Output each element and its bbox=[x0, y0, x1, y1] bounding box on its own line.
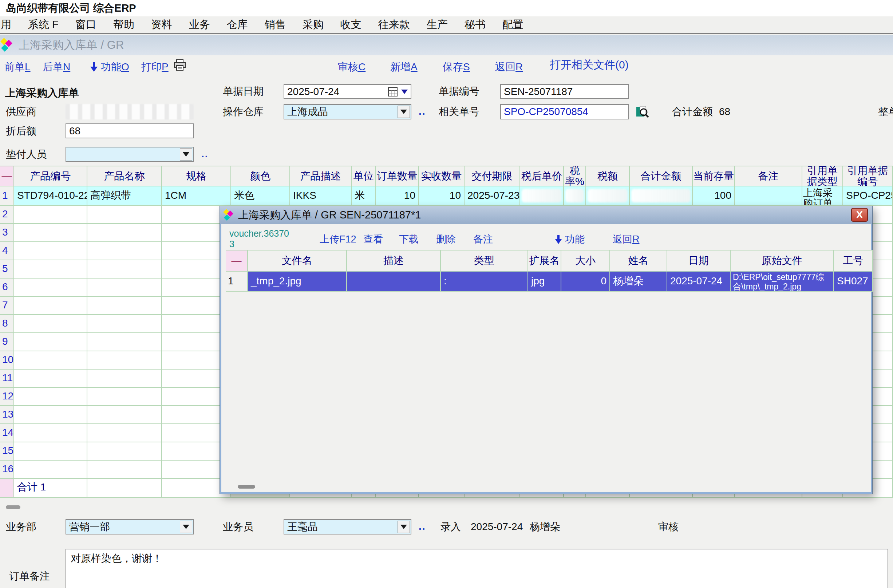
grid-cell[interactable]: 米 bbox=[352, 186, 376, 206]
supplier-value-redacted[interactable] bbox=[66, 104, 194, 119]
row-number-cell[interactable]: 1 bbox=[226, 272, 248, 292]
grid-cell[interactable] bbox=[87, 333, 162, 351]
menu-item[interactable]: 仓库 bbox=[218, 18, 256, 32]
row-number-cell[interactable]: 4 bbox=[0, 242, 14, 260]
grid-cell[interactable] bbox=[87, 370, 162, 388]
next-doc-button[interactable]: 后单N bbox=[43, 60, 70, 74]
discount-field[interactable]: 68 bbox=[66, 123, 194, 138]
grid-cell[interactable] bbox=[87, 424, 162, 442]
grid-cell[interactable] bbox=[14, 333, 87, 351]
grid-cell[interactable]: 1CM bbox=[162, 186, 231, 206]
grid-cell[interactable]: 10 bbox=[419, 186, 465, 206]
row-number-cell[interactable]: 2 bbox=[0, 206, 14, 224]
grid-cell[interactable]: 2025-07-24 bbox=[667, 272, 731, 292]
row-number-cell[interactable]: 16 bbox=[0, 460, 14, 479]
order-remark-textarea[interactable]: 对原样染色，谢谢！ bbox=[66, 549, 888, 588]
grid-cell[interactable] bbox=[586, 186, 630, 206]
grid-cell[interactable] bbox=[347, 272, 441, 292]
grid-cell[interactable]: 100 bbox=[693, 186, 735, 206]
grid-cell[interactable]: 2025-07-23 bbox=[465, 186, 520, 206]
grid-cell[interactable] bbox=[14, 351, 87, 370]
row-number-cell[interactable]: 14 bbox=[0, 424, 14, 442]
row-number-cell[interactable]: 10 bbox=[0, 351, 14, 370]
grid-cell[interactable] bbox=[735, 186, 802, 206]
dialog-function-button[interactable]: 功能 bbox=[555, 233, 585, 246]
grid-cell[interactable] bbox=[14, 297, 87, 315]
grid-cell[interactable] bbox=[14, 260, 87, 278]
row-number-cell[interactable]: 15 bbox=[0, 442, 14, 460]
salesman-more-button[interactable]: .. bbox=[419, 520, 426, 532]
grid-cell[interactable] bbox=[87, 388, 162, 406]
row-number-cell[interactable]: 3 bbox=[0, 224, 14, 242]
menu-item[interactable]: 秘书 bbox=[456, 18, 494, 32]
grid-cell[interactable] bbox=[87, 315, 162, 333]
menu-item[interactable]: 往来款 bbox=[370, 18, 418, 32]
grid-cell[interactable]: : bbox=[441, 272, 528, 292]
row-number-cell[interactable]: 12 bbox=[0, 388, 14, 406]
grid-cell[interactable]: SPO-CP25070854 bbox=[843, 186, 893, 206]
function-menu-button[interactable]: 功能O bbox=[90, 60, 129, 74]
grid-cell[interactable] bbox=[87, 278, 162, 297]
view-button[interactable]: 查看 bbox=[363, 233, 383, 246]
menu-item[interactable]: 采购 bbox=[294, 18, 332, 32]
grid-cell[interactable]: D:\ERP\oit_setup7777综合\tmp\_tmp_2.jpg bbox=[731, 272, 834, 292]
remark-button[interactable]: 备注 bbox=[473, 233, 493, 246]
advance-person-combobox[interactable] bbox=[66, 147, 194, 162]
menu-item[interactable]: 生产 bbox=[418, 18, 456, 32]
grid-cell[interactable]: 0 bbox=[561, 272, 610, 292]
row-number-cell[interactable]: 6 bbox=[0, 278, 14, 297]
upload-button[interactable]: 上传F12 bbox=[320, 233, 356, 246]
row-number-cell[interactable]: 7 bbox=[0, 297, 14, 315]
row-number-cell[interactable]: 13 bbox=[0, 406, 14, 424]
grid-cell[interactable]: 上海采购订单 bbox=[802, 186, 843, 206]
grid-cell[interactable] bbox=[87, 224, 162, 242]
grid-cell[interactable] bbox=[87, 260, 162, 278]
menu-item[interactable]: 资料 bbox=[143, 18, 180, 32]
menu-item[interactable]: 收支 bbox=[332, 18, 370, 32]
warehouse-dropdown-button[interactable] bbox=[398, 105, 410, 118]
back-button[interactable]: 返回R bbox=[495, 60, 523, 74]
related-no-field[interactable]: SPO-CP25070854 bbox=[500, 104, 629, 119]
date-dropdown-arrow[interactable] bbox=[401, 90, 408, 94]
save-button[interactable]: 保存S bbox=[443, 60, 470, 74]
advance-person-dropdown-button[interactable] bbox=[180, 148, 192, 161]
grid-cell[interactable] bbox=[14, 424, 87, 442]
dept-dropdown-button[interactable] bbox=[180, 520, 192, 533]
open-related-files-button[interactable]: 打开相关文件(0) bbox=[550, 57, 629, 72]
lookup-magnifier-icon[interactable] bbox=[636, 105, 649, 118]
grid-cell[interactable] bbox=[87, 406, 162, 424]
print-button[interactable]: 打印P bbox=[141, 60, 168, 74]
doc-no-field[interactable]: SEN-25071187 bbox=[500, 84, 629, 99]
grid-cell[interactable] bbox=[14, 370, 87, 388]
row-number-cell[interactable]: 9 bbox=[0, 333, 14, 351]
grid-cell[interactable]: 10 bbox=[376, 186, 419, 206]
dept-combobox[interactable]: 营销一部 bbox=[66, 519, 194, 534]
grid-cell[interactable] bbox=[520, 186, 564, 206]
salesman-combobox[interactable]: 王毫品 bbox=[284, 519, 411, 534]
advance-person-more-button[interactable]: .. bbox=[201, 148, 209, 160]
grid-cell[interactable]: 杨增朵 bbox=[610, 272, 667, 292]
menu-item[interactable]: 帮助 bbox=[105, 18, 143, 32]
grid-cell[interactable] bbox=[14, 224, 87, 242]
menu-item[interactable]: 系统 F bbox=[20, 18, 67, 32]
menu-item[interactable]: 用 bbox=[0, 18, 20, 32]
grid-cell[interactable] bbox=[14, 406, 87, 424]
printer-icon[interactable] bbox=[174, 59, 186, 71]
menu-item[interactable]: 业务 bbox=[180, 18, 218, 32]
dialog-title-bar[interactable]: 上海采购入库单 / GR SEN-25071187*1 X bbox=[220, 206, 872, 224]
grid-cell[interactable] bbox=[14, 388, 87, 406]
row-number-cell[interactable]: 1 bbox=[0, 186, 14, 206]
grid-cell[interactable]: STD794-010-228 bbox=[14, 186, 87, 206]
grid-cell[interactable] bbox=[87, 460, 162, 479]
row-number-cell[interactable]: 8 bbox=[0, 315, 14, 333]
add-button[interactable]: 新增A bbox=[390, 60, 418, 74]
grid-cell[interactable] bbox=[87, 297, 162, 315]
horizontal-scrollbar-thumb[interactable] bbox=[238, 485, 255, 489]
grid-cell[interactable] bbox=[87, 206, 162, 224]
grid-cell[interactable] bbox=[564, 186, 586, 206]
grid-cell[interactable] bbox=[14, 315, 87, 333]
grid-cell[interactable] bbox=[14, 278, 87, 297]
grid-cell[interactable]: jpg bbox=[528, 272, 561, 292]
menu-item[interactable]: 窗口 bbox=[67, 18, 105, 32]
delete-button[interactable]: 删除 bbox=[436, 233, 456, 246]
